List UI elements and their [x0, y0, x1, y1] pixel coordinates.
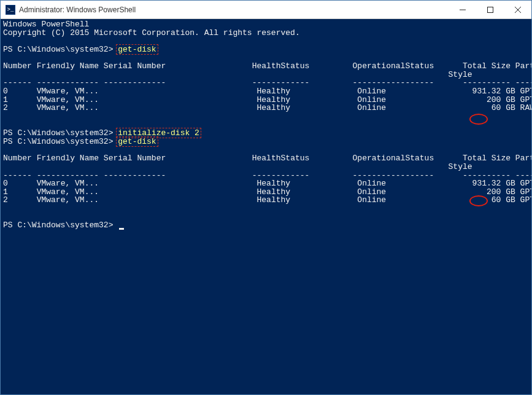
column-header: OperationalStatus — [353, 154, 434, 163]
table-row: 2 — [3, 195, 8, 205]
column-header: Number — [3, 61, 32, 71]
column-header: Friendly Name — [37, 154, 99, 163]
prompt: PS C:\Windows\system32> — [3, 137, 113, 146]
close-button[interactable] — [504, 1, 531, 18]
terminal-area[interactable]: Windows PowerShell Copyright (C) 2015 Mi… — [1, 19, 531, 394]
column-header: Partition — [515, 61, 531, 71]
column-header: HealthStatus — [252, 154, 310, 163]
column-header: Partition — [515, 154, 531, 163]
table-row: 2 — [3, 103, 8, 112]
cursor — [119, 228, 124, 230]
column-header: HealthStatus — [252, 61, 310, 71]
powershell-window: >_ Administrator: Windows PowerShell Win… — [0, 0, 532, 395]
column-header: Serial Number — [104, 154, 166, 163]
column-header: OperationalStatus — [353, 61, 434, 71]
powershell-icon: >_ — [6, 5, 15, 15]
prompt: PS C:\Windows\system32> — [3, 45, 113, 54]
column-header: Serial Number — [104, 61, 166, 71]
command-input: get-disk — [116, 136, 158, 147]
banner-line: Copyright (C) 2015 Microsoft Corporation… — [3, 28, 300, 37]
titlebar[interactable]: >_ Administrator: Windows PowerShell — [1, 1, 531, 19]
window-title: Administrator: Windows PowerShell — [19, 6, 449, 14]
column-header: Friendly Name — [37, 61, 99, 71]
minimize-button[interactable] — [449, 1, 476, 18]
maximize-button[interactable] — [476, 1, 504, 18]
svg-rect-1 — [487, 7, 493, 12]
annotation-circle — [469, 114, 488, 125]
svg-line-3 — [515, 7, 521, 13]
annotation-circle — [469, 195, 488, 206]
svg-line-2 — [515, 7, 521, 13]
prompt: PS C:\Windows\system32> — [3, 221, 113, 230]
command-input: get-disk — [116, 44, 158, 55]
column-header: Number — [3, 154, 32, 163]
